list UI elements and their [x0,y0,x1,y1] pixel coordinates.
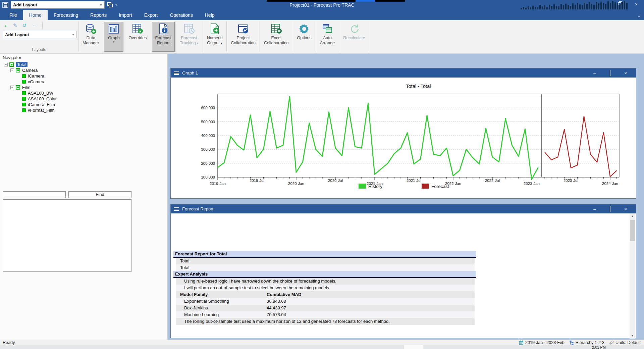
find-input[interactable] [3,191,66,198]
status-ready: Ready [3,340,15,345]
divider [103,21,103,52]
spacer [171,228,636,233]
report-text: Using rule-based logic I have narrowed d… [176,279,336,284]
close-button[interactable]: × [618,206,633,212]
report-window-title: Forecast Report [182,206,213,211]
forecast-report-button[interactable]: ForecastReport [152,22,175,52]
tree-item-asa100_color[interactable]: ASA100_Color [1,96,57,102]
forecast-tracking-button: ForecastTracking ▾ [176,22,202,52]
report-table-row: Box-Jenkins44,439.97 [176,305,475,311]
tab-operations[interactable]: Operations [164,10,199,20]
svg-text:2022-Jul: 2022-Jul [485,179,500,183]
layouts-group-label: Layouts [0,47,78,52]
workspace: Navigator −Total−CameraiCameravCamera−Fi… [0,54,644,340]
tab-forecasting[interactable]: Forecasting [48,10,84,20]
model-family-cell: Machine Learning [176,312,219,317]
minimize-button[interactable]: – [587,206,602,212]
tree-item-icamera_film[interactable]: iCamera_Film [1,102,57,107]
button-label: Tracking ▾ [180,41,198,46]
find-results-list[interactable] [3,199,131,272]
button-label: Project [237,36,250,41]
auto-arrange-button[interactable]: AutoArrange [317,22,338,52]
svg-text:600,000: 600,000 [201,106,215,110]
report-text-row: Total [176,264,475,271]
button-label: Collaboration [264,41,289,46]
model-family-cell: Exponential Smoothing [176,299,229,304]
tab-home[interactable]: Home [23,10,48,20]
overrides-button[interactable]: Overrides [125,22,150,52]
restore-button[interactable] [614,1,623,7]
close-button[interactable]: × [632,1,641,7]
svg-text:400,000: 400,000 [201,134,215,138]
divider [124,21,124,52]
item-status-icon [22,91,26,95]
svg-text:2019-Jan: 2019-Jan [210,182,226,186]
status-item-label: Units: Default [615,340,641,345]
divider [293,21,293,52]
remove-layout-icon[interactable]: − [31,23,37,29]
report-table-row: Machine Learning70,573.04 [176,311,475,318]
gear-icon [299,23,310,35]
collapse-expander-icon[interactable]: − [10,68,14,72]
svg-text:2023-Jul: 2023-Jul [564,179,578,183]
cumulative-mad-cell: 30,843.68 [267,298,286,305]
numeric-output-button[interactable]: NumericOutput ▾ [204,22,226,52]
layout-combo-ribbon[interactable]: Add Layout ▾ [3,31,76,38]
close-button[interactable]: × [618,70,633,76]
graph-window-titlebar[interactable]: Graph 1 – × [171,68,636,78]
undo-layout-icon[interactable]: ↺ [21,22,28,29]
tab-export[interactable]: Export [138,10,164,20]
tab-reports[interactable]: Reports [84,10,113,20]
options-button[interactable]: Options [294,22,315,52]
maximize-button[interactable] [602,206,618,212]
excel-collaboration-button[interactable]: ExcelCollaboration [261,22,292,52]
tab-help[interactable]: Help [199,10,221,20]
spacer [171,233,636,246]
divider [42,22,43,29]
tree-item-vformat_film[interactable]: vFormat_Film [1,107,57,113]
button-label: Excel [271,36,281,41]
tab-import[interactable]: Import [113,10,138,20]
units-icon [609,340,614,345]
svg-text:Forecast: Forecast [431,184,449,189]
scrollbar-thumb[interactable] [630,220,635,241]
collapse-expander-icon[interactable]: − [4,63,8,66]
tree-item-total[interactable]: −Total [1,62,57,67]
tree-item-asa100_bw[interactable]: ASA100_BW [1,90,57,96]
windows-stack-icon [322,23,333,35]
status-item-units: Units: Default [609,340,641,345]
vertical-scrollbar[interactable]: ▲ ▼ [630,213,635,339]
tree-item-camera[interactable]: −Camera [1,67,57,73]
report-body: Forecast Report for TotalTotalTotalExper… [171,213,636,339]
tree-item-icamera[interactable]: iCamera [1,73,57,79]
report-text-row: The rolling out-of-sample test used a ma… [176,318,475,325]
menu-icon[interactable] [174,71,179,76]
item-status-icon [9,62,14,67]
report-window-titlebar[interactable]: Forecast Report – × [171,204,636,213]
minimize-button[interactable]: – [587,70,602,76]
collapse-expander-icon[interactable]: − [10,86,14,89]
svg-text:300,000: 300,000 [201,147,215,151]
find-button[interactable]: Find [68,191,131,198]
report-text-row: Total [176,258,475,264]
collapse-ribbon-icon[interactable]: ^ [638,15,640,19]
maximize-button[interactable] [602,70,618,76]
tree-item-film[interactable]: −Film [1,85,57,90]
scroll-down-icon[interactable]: ▼ [630,333,635,339]
tree-item-vcamera[interactable]: vCamera [1,79,57,85]
project-collaboration-button[interactable]: ProjectCollaboration [227,22,259,52]
main-window-controls: – × [596,1,641,7]
svg-text:2021-Jul: 2021-Jul [407,179,421,183]
scroll-up-icon[interactable]: ▲ [630,213,635,219]
add-layout-icon[interactable]: + [3,23,9,29]
minimize-button[interactable]: – [596,1,604,7]
spacer [171,222,636,228]
data-manager-button[interactable]: DataManager [79,22,102,52]
forecast-report-window: Forecast Report – × Forecast Report for … [170,204,636,338]
graph-button[interactable]: Graph▾ [104,22,123,52]
edit-layout-icon[interactable]: ✎ [12,22,18,29]
tab-file[interactable]: File [3,10,23,20]
ribbon-tab-row: FileHomeForecastingReportsImportExportOp… [0,10,644,20]
menu-icon[interactable] [174,207,179,211]
item-status-icon [22,108,26,112]
